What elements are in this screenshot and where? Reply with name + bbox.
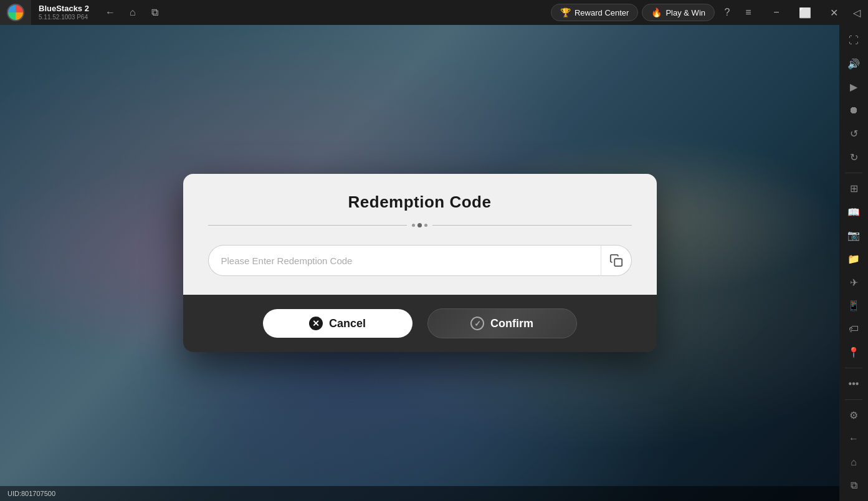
sidebar-divider-2 <box>845 368 862 368</box>
confirm-button[interactable]: ✓ Confirm <box>427 308 577 338</box>
minimize-button[interactable]: − <box>762 0 791 25</box>
paste-button[interactable] <box>601 245 632 276</box>
screenshot-sidebar-icon[interactable]: 📷 <box>842 225 865 246</box>
grid-sidebar-icon[interactable]: ⊞ <box>842 178 865 199</box>
nav-home-sidebar-icon[interactable]: ⌂ <box>842 452 865 473</box>
app-name: BlueStacks 2 <box>39 4 89 14</box>
close-button[interactable]: ✕ <box>819 0 848 25</box>
sidebar-divider-3 <box>845 399 862 400</box>
window-buttons: − ⬜ ✕ ◁ <box>762 0 868 25</box>
divider-dots <box>412 223 427 227</box>
cancel-label: Cancel <box>329 317 366 330</box>
app-logo <box>0 0 31 25</box>
rotate-sidebar-icon[interactable]: ↺ <box>842 123 865 145</box>
reward-center-label: Reward Center <box>575 8 629 17</box>
dialog-divider <box>208 223 632 227</box>
play-win-button[interactable]: 🔥 Play & Win <box>642 4 715 21</box>
dialog-overlay: Redemption Code <box>0 25 839 501</box>
app-version: 5.11.52.1003 P64 <box>39 14 89 21</box>
redemption-dialog: Redemption Code <box>183 174 657 352</box>
volume-sidebar-icon[interactable]: 🔊 <box>842 54 865 75</box>
redemption-code-input[interactable] <box>208 245 601 276</box>
settings-sidebar-icon[interactable]: ⚙ <box>842 405 865 426</box>
titlebar-actions: 🏆 Reward Center 🔥 Play & Win ? ≡ <box>546 4 762 21</box>
menu-button[interactable]: ≡ <box>740 4 757 21</box>
divider-dot-active <box>417 223 422 227</box>
right-sidebar: ⛶ 🔊 ▶ ⏺ ↺ ↻ ⊞ 📖 📷 📁 ✈ 📱 🏷 📍 ••• ⚙ ← ⌂ ⧉ <box>839 25 868 501</box>
divider-dot-2 <box>424 224 427 227</box>
dialog-lower: ✕ Cancel ✓ Confirm <box>183 295 657 352</box>
fullscreen-sidebar-icon[interactable]: ⛶ <box>842 30 865 51</box>
cancel-icon: ✕ <box>309 317 323 330</box>
reward-icon: 🏆 <box>560 7 571 17</box>
record-sidebar-icon[interactable]: ⏺ <box>842 100 865 122</box>
dialog-upper: Redemption Code <box>183 174 657 295</box>
copy-button[interactable]: ⧉ <box>146 4 164 21</box>
nav-back-sidebar-icon[interactable]: ← <box>842 428 865 449</box>
video-sidebar-icon[interactable]: ▶ <box>842 77 865 98</box>
expand-button[interactable]: ◁ <box>848 4 866 21</box>
titlebar: BlueStacks 2 5.11.52.1003 P64 ← ⌂ ⧉ 🏆 Re… <box>0 0 868 25</box>
help-button[interactable]: ? <box>718 4 736 21</box>
dialog-title: Redemption Code <box>208 193 632 212</box>
paste-icon <box>609 254 623 267</box>
titlebar-nav: ← ⌂ ⧉ <box>97 4 169 21</box>
tag-sidebar-icon[interactable]: 🏷 <box>842 318 865 340</box>
more-sidebar-icon[interactable]: ••• <box>842 373 865 394</box>
divider-line-left <box>208 225 408 226</box>
phone-sidebar-icon[interactable]: 📱 <box>842 295 865 317</box>
app-info: BlueStacks 2 5.11.52.1003 P64 <box>31 4 97 21</box>
plane-sidebar-icon[interactable]: ✈ <box>842 272 865 293</box>
play-win-label: Play & Win <box>665 8 705 17</box>
refresh-sidebar-icon[interactable]: ↻ <box>842 147 865 168</box>
input-row <box>208 245 632 276</box>
folder-sidebar-icon[interactable]: 📁 <box>842 249 865 270</box>
sidebar-divider-1 <box>845 173 862 173</box>
uid-text: UID:801707500 <box>7 490 55 497</box>
home-button[interactable]: ⌂ <box>124 4 141 21</box>
content-area: Redemption Code <box>0 25 839 501</box>
location-sidebar-icon[interactable]: 📍 <box>842 342 865 363</box>
reward-center-button[interactable]: 🏆 Reward Center <box>551 4 638 21</box>
back-button[interactable]: ← <box>102 4 119 21</box>
play-win-icon: 🔥 <box>651 7 662 17</box>
divider-dot-1 <box>412 224 415 227</box>
confirm-icon: ✓ <box>470 317 484 330</box>
cancel-button[interactable]: ✕ Cancel <box>263 309 413 338</box>
divider-line-right <box>432 225 632 226</box>
book-sidebar-icon[interactable]: 📖 <box>842 202 865 223</box>
nav-copy-sidebar-icon[interactable]: ⧉ <box>842 475 865 496</box>
logo-circle <box>7 4 24 21</box>
restore-button[interactable]: ⬜ <box>791 0 819 25</box>
status-bar: UID:801707500 <box>0 486 839 501</box>
svg-rect-0 <box>614 259 622 266</box>
confirm-label: Confirm <box>490 317 533 330</box>
